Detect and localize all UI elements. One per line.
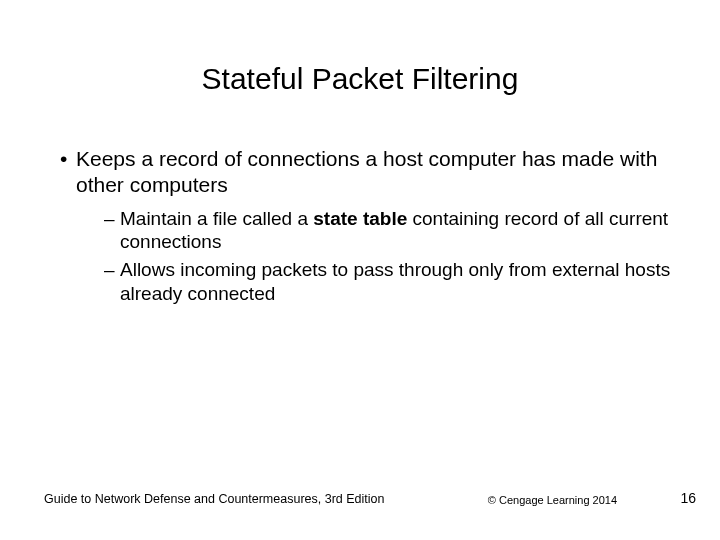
bullet-level-1: Keeps a record of connections a host com…: [54, 146, 680, 199]
footer-book-title: Guide to Network Defense and Countermeas…: [44, 492, 384, 506]
bold-term: state table: [313, 208, 407, 229]
slide-title: Stateful Packet Filtering: [0, 0, 720, 146]
bullet-level-2: Allows incoming packets to pass through …: [54, 258, 680, 306]
slide-content: Keeps a record of connections a host com…: [0, 146, 720, 306]
slide-footer: Guide to Network Defense and Countermeas…: [0, 490, 720, 506]
bullet-level-2: Maintain a file called a state table con…: [54, 207, 680, 255]
bullet-text: Maintain a file called a: [120, 208, 313, 229]
bullet-text: Allows incoming packets to pass through …: [120, 259, 670, 304]
bullet-text: Keeps a record of connections a host com…: [76, 147, 657, 196]
footer-page-number: 16: [680, 490, 696, 506]
footer-copyright: © Cengage Learning 2014: [488, 494, 617, 506]
